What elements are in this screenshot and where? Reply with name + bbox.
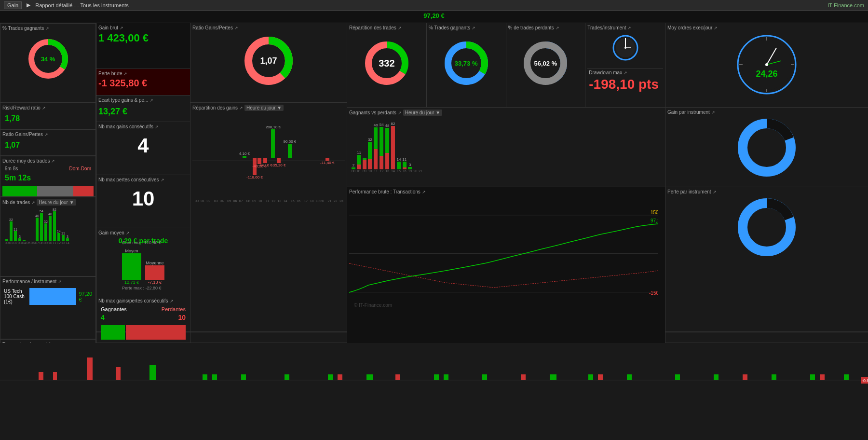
perte-brute-value: -1 325,80 € [98, 78, 188, 89]
repartition-gains-chart: 4,10 € 208,10 € 90,50 € [192, 112, 345, 209]
ratio-donut-value: 1,07 [260, 56, 277, 66]
duree-arrow[interactable]: ↗ [51, 159, 55, 164]
gain-moyen-bar-green [122, 253, 141, 280]
gagnants-chart: 2 00 11 01 09 [349, 117, 663, 175]
bar-14 [66, 238, 69, 241]
perf-inst-val: 97,20 € [79, 291, 92, 302]
panel-moy-ordres: Moy ordres exec/jour ↗ [665, 23, 868, 108]
pct-perdants-title: % de trades perdants ↗ [508, 25, 583, 30]
perte-instrument-svg [735, 198, 798, 256]
gagnants-bar-19: 3 19 [408, 120, 412, 173]
gagnants-bar-21: 21 [419, 120, 422, 173]
gagnants-bar-13: 48 13 [385, 120, 390, 173]
panel-pct-gagnants-big: % Trades gagnants ↗ 33,73 % [427, 23, 506, 107]
panel-perte-brute: Perte brute ↗ -1 325,80 € [96, 69, 190, 96]
drawdown-title: Drawdown max ↗ [589, 70, 662, 75]
moy-ordres-gauge: 24,26 [667, 32, 866, 97]
ratio-donut: 1,07 [242, 34, 295, 87]
risk-value: 1,78 [2, 112, 94, 125]
gain-moyen-arrow[interactable]: ↗ [126, 231, 130, 235]
bar-04 [23, 240, 26, 241]
gains-cons-arrow[interactable]: ↗ [155, 124, 159, 129]
svg-rect-69 [675, 374, 680, 380]
perte-instrument-donut-wrap [667, 196, 866, 259]
svg-text:-150: -150 [649, 290, 658, 296]
repartition-gains-title: Répartition des gains ↗ Heure du jour ▼ [192, 105, 345, 111]
perf-inst-arrow[interactable]: ↗ [58, 279, 62, 284]
repartition-trades-title: Répartition des trades ↗ [349, 25, 424, 30]
gain-instrument-donut-wrap [667, 116, 866, 179]
bar-11-gain: 208,10 € [266, 125, 281, 158]
gain-button[interactable]: Gain [4, 1, 22, 9]
moy-ordres-clock: 24,26 [735, 33, 798, 96]
svg-rect-53 [203, 374, 207, 380]
ratio-title: Ratio Gains/Pertes ↗ [2, 132, 94, 137]
duree-value: 5m 12s [2, 172, 94, 184]
heure-jour-btn[interactable]: Heure du jour ▼ [37, 199, 76, 206]
svg-rect-73 [810, 374, 815, 380]
perte-brute-arrow[interactable]: ↗ [123, 71, 127, 76]
svg-rect-59 [366, 374, 373, 380]
gagnants-bar-10: 32 10 [368, 120, 372, 173]
gagnants-bar-09: 09 [363, 120, 366, 173]
app-container: Gain ▶ Rapport détaillé - - Tous les ins… [0, 0, 868, 419]
pertes-cons-arrow[interactable]: ↗ [161, 178, 164, 182]
ratio-col: Ratio Gains/Pertes ↗ 1,07 [190, 23, 347, 364]
ratio-arrow[interactable]: ↗ [44, 132, 48, 137]
svg-rect-52 [149, 365, 156, 380]
panel-ratio-donut: Ratio Gains/Pertes ↗ 1,07 [190, 23, 347, 103]
panel-perf-brute: Performance brute : Transactions ↗ 150 9… [347, 187, 665, 364]
svg-rect-63 [482, 374, 487, 380]
gain-instrument-title: Gain par instrument ↗ [667, 110, 866, 115]
svg-text:97,2: 97,2 [651, 218, 658, 223]
top-bar: Gain ▶ Rapport détaillé - - Tous les ins… [0, 0, 868, 11]
mid-left-col: Gain brut ↗ 1 423,00 € Perte brute ↗ -1 … [96, 23, 190, 364]
svg-rect-44 [0, 343, 868, 418]
nb-cons-arrow[interactable]: ↗ [170, 299, 174, 303]
bar-11 [53, 211, 56, 241]
heure-gagnants-btn[interactable]: Heure du jour ▼ [403, 110, 442, 116]
ratio-donut-title: Ratio Gains/Pertes ↗ [192, 25, 345, 30]
pct-gagnants-title: % Trades gagnants ↗ [429, 25, 504, 30]
perte-brute-title: Perte brute ↗ [98, 71, 188, 76]
pct-gagnants-donut-wrap: 33,73 % [429, 32, 504, 95]
svg-rect-56 [285, 374, 289, 380]
svg-rect-51 [116, 367, 121, 380]
gagnants-bar-14: 82 14 [391, 120, 395, 173]
bar-10-loss: -34,10 € [258, 158, 272, 167]
pct-gagnants-donut: 33,73 % [442, 39, 490, 87]
moyen-label: Moyen [125, 248, 138, 253]
bar-13 [62, 235, 65, 241]
dur-gray [37, 186, 74, 196]
clock-gauge [611, 33, 640, 62]
svg-rect-74 [820, 374, 825, 380]
perdantes-label: Perdantes [162, 306, 186, 312]
svg-rect-68 [627, 374, 632, 380]
gain-brut-arrow[interactable]: ↗ [120, 26, 123, 30]
nb-trades-arrow[interactable]: ↗ [31, 200, 35, 205]
moyenne-label: Moyenne [146, 261, 163, 265]
bar-03 [18, 238, 21, 241]
panel-pertes-cons: Nb max pertes consécutives ↗ 10 [96, 175, 190, 228]
report-title: Rapport détaillé - - Tous les instrument… [35, 2, 129, 8]
bar-09 [44, 223, 47, 241]
svg-point-36 [765, 63, 768, 66]
bar-12 [57, 233, 60, 241]
svg-rect-54 [212, 374, 217, 380]
bar-01 [10, 221, 13, 241]
gagnants-title: Gagnants vs perdants ↗ Heure du jour ▼ [349, 110, 663, 116]
ecart-arrow[interactable]: ↗ [149, 98, 153, 103]
svg-rect-57 [328, 374, 333, 380]
gain-brut-value: 1 423,00 € [98, 32, 188, 44]
duree-sub2: Dom-Dom [69, 166, 91, 171]
top-bar-left: Gain ▶ Rapport détaillé - - Tous les ins… [4, 1, 129, 9]
pct-trades-arrow[interactable]: ↗ [45, 26, 49, 31]
risk-arrow[interactable]: ↗ [42, 106, 46, 110]
heure-gains-btn[interactable]: Heure du jour ▼ [244, 105, 284, 111]
svg-rect-60 [395, 374, 400, 380]
panel-ecart: Ecart type gains & pe... ↗ 13,27 € [96, 96, 190, 122]
gain-instrument-svg [735, 119, 798, 177]
svg-text:© IT-Finance.com: © IT-Finance.com [354, 302, 392, 308]
moy-ordres-svg: 24,26 [735, 33, 798, 96]
perte-instrument-title: Perte par instrument ↗ [667, 189, 866, 194]
